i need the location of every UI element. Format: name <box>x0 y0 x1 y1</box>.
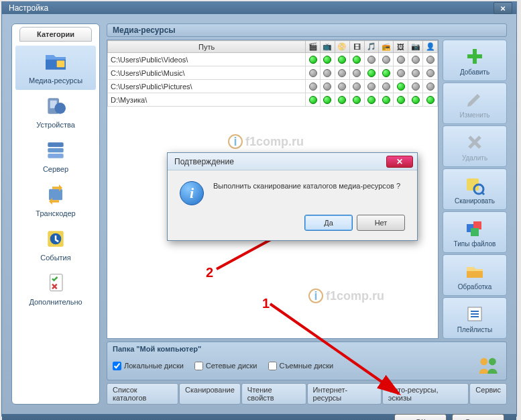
confirm-dialog: Подтверждение ✕ i Выполнить сканирование… <box>167 152 418 241</box>
users-icon[interactable] <box>477 356 501 376</box>
events-icon <box>42 225 69 252</box>
tab[interactable]: Сканирование <box>179 383 241 405</box>
info-icon: i <box>180 181 204 205</box>
flag-cell[interactable] <box>379 53 394 66</box>
tab[interactable]: Фото-ресурсы, эскизы <box>382 383 469 405</box>
ok-button[interactable]: ОК <box>394 414 447 420</box>
window-close-button[interactable]: × <box>494 2 512 14</box>
flag-cell[interactable] <box>321 53 335 66</box>
flag-off-icon <box>309 83 317 91</box>
flag-on-icon <box>367 96 375 104</box>
sidebar-item-transcoder[interactable]: Транскодер <box>15 178 96 223</box>
flag-cell[interactable] <box>335 66 349 80</box>
titlebar: Настройка × <box>2 2 516 14</box>
flag-cell[interactable] <box>349 53 364 66</box>
flag-on-icon <box>353 56 361 64</box>
dialog-yes-button[interactable]: Да <box>304 215 353 231</box>
flag-cell[interactable] <box>321 80 335 93</box>
flag-cell[interactable] <box>408 80 423 93</box>
flag-cell[interactable] <box>408 93 423 107</box>
flag-off-icon <box>397 69 405 77</box>
flag-cell[interactable] <box>379 93 394 107</box>
flag-cell[interactable] <box>423 80 438 93</box>
sidebar-item-server[interactable]: Сервер <box>15 134 96 178</box>
flag-cell[interactable] <box>335 80 349 93</box>
flag-off-icon <box>353 69 361 77</box>
table-row[interactable]: D:\Музика\ <box>108 93 438 107</box>
flag-cell[interactable] <box>394 53 408 66</box>
col-flag-4[interactable]: 🎞 <box>349 41 364 53</box>
flag-cell[interactable] <box>306 66 321 80</box>
checkbox-input[interactable] <box>268 362 277 370</box>
tab[interactable]: Интернет-ресурсы <box>307 383 382 405</box>
folder-panel-title: Папка "Мой компьютер" <box>113 345 501 353</box>
flag-off-icon <box>338 83 346 91</box>
disk-checkbox[interactable]: Съемные диски <box>268 362 334 370</box>
processing-button[interactable]: Обработка <box>443 254 507 296</box>
col-flag-5[interactable]: 🎵 <box>364 41 379 53</box>
edit-icon <box>464 89 485 110</box>
playlists-button[interactable]: Плейлисты <box>443 297 507 339</box>
side-button-label: Сканировать <box>455 197 495 205</box>
flag-cell[interactable] <box>306 80 321 93</box>
flag-off-icon <box>367 56 375 64</box>
flag-cell[interactable] <box>321 66 335 80</box>
flag-cell[interactable] <box>394 93 408 107</box>
flag-cell[interactable] <box>349 93 364 107</box>
scan-button[interactable]: Сканировать <box>443 168 507 210</box>
table-row[interactable]: C:\Users\Public\Music\ <box>108 66 438 80</box>
cancel-button[interactable]: Отмена <box>452 414 504 420</box>
flag-cell[interactable] <box>349 80 364 93</box>
disk-checkbox[interactable]: Локальные диски <box>113 362 184 370</box>
checkbox-label: Съемные диски <box>280 362 334 370</box>
flag-cell[interactable] <box>364 53 379 66</box>
dialog-close-button[interactable]: ✕ <box>386 156 413 168</box>
col-flag-8[interactable]: 📷 <box>408 41 423 53</box>
flag-cell[interactable] <box>394 66 408 80</box>
flag-cell[interactable] <box>379 80 394 93</box>
tab[interactable]: Сервис <box>469 383 507 405</box>
flag-cell[interactable] <box>408 53 423 66</box>
sidebar-item-advanced[interactable]: Дополнительно <box>15 267 96 311</box>
col-path[interactable]: Путь <box>108 41 306 53</box>
flag-cell[interactable] <box>364 66 379 80</box>
col-flag-1[interactable]: 🎬 <box>306 41 321 53</box>
tab[interactable]: Список каталогов <box>107 383 178 405</box>
flag-cell[interactable] <box>364 93 379 107</box>
sidebar-item-events[interactable]: События <box>15 223 96 267</box>
flag-cell[interactable] <box>306 93 321 107</box>
flag-on-icon <box>426 96 435 104</box>
sidebar-item-media[interactable]: Медиа-ресурсы <box>15 46 96 90</box>
col-flag-9[interactable]: 👤 <box>423 41 438 53</box>
flag-cell[interactable] <box>423 66 438 80</box>
flag-cell[interactable] <box>423 53 438 66</box>
filetypes-button[interactable]: Типы файлов <box>443 211 507 253</box>
dialog-no-button[interactable]: Нет <box>357 215 405 231</box>
advanced-icon <box>42 270 69 297</box>
flag-cell[interactable] <box>321 93 335 107</box>
col-flag-3[interactable]: 📀 <box>335 41 349 53</box>
flag-cell[interactable] <box>364 80 379 93</box>
flag-cell[interactable] <box>335 53 349 66</box>
checkbox-input[interactable] <box>194 362 203 370</box>
flag-cell[interactable] <box>335 93 349 107</box>
flag-cell[interactable] <box>306 53 321 66</box>
flag-cell[interactable] <box>408 66 423 80</box>
flag-cell[interactable] <box>379 66 394 80</box>
flag-cell[interactable] <box>423 93 438 107</box>
table-row[interactable]: C:\Users\Public\Videos\ <box>108 53 438 66</box>
col-flag-7[interactable]: 🖼 <box>394 41 408 53</box>
col-flag-2[interactable]: 📺 <box>321 41 335 53</box>
path-cell: C:\Users\Public\Music\ <box>108 66 306 80</box>
flag-cell[interactable] <box>394 80 408 93</box>
add-button[interactable]: Добавить <box>443 40 507 81</box>
disk-checkbox[interactable]: Сетевые диски <box>194 362 257 370</box>
col-flag-6[interactable]: 📻 <box>379 41 394 53</box>
tab[interactable]: Чтение свойств <box>241 383 306 405</box>
devices-icon <box>42 93 69 119</box>
sidebar-item-devices[interactable]: Устройства <box>15 90 96 134</box>
checkbox-input[interactable] <box>113 362 121 370</box>
table-row[interactable]: C:\Users\Public\Pictures\ <box>108 80 438 93</box>
flag-cell[interactable] <box>349 66 364 80</box>
flag-on-icon <box>382 69 390 77</box>
